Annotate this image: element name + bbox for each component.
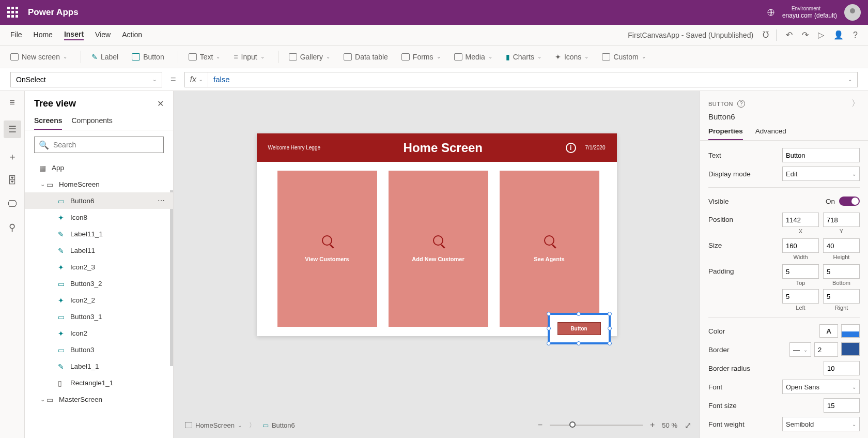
prop-pad-top[interactable] [782,264,819,279]
canvas[interactable]: Welcome Henry Legge Home Screen i 7/1/20… [174,91,700,438]
prop-visible-toggle[interactable] [839,197,860,206]
ribbon-forms[interactable]: Forms⌄ [401,53,441,61]
prop-pad-left[interactable] [782,289,819,304]
tree-item-button3_1[interactable]: ▭Button3_1 [25,308,173,325]
tree-search[interactable]: 🔍 [34,137,164,153]
tab-advanced[interactable]: Advanced [755,127,786,140]
prop-displaymode-select[interactable]: Edit⌄ [782,167,860,181]
menu-home[interactable]: Home [34,31,53,40]
prop-size-w[interactable] [782,238,819,253]
environment-picker[interactable]: Environment enayu.com (default) [782,6,837,19]
tree-item-masterscreen[interactable]: ⌄▭MasterScreen [25,391,173,407]
chevron-right-icon: 〉 [249,421,255,430]
divider [81,51,81,63]
tree-item-icon2[interactable]: ✦Icon2 [25,325,173,341]
menu-insert[interactable]: Insert [64,30,84,40]
panel-expand-icon[interactable]: 〉 [851,98,860,109]
prop-font-select[interactable]: Open Sans⌄ [782,380,860,394]
app-launcher-icon[interactable] [7,7,19,18]
ribbon-datatable[interactable]: Data table [344,53,388,61]
help-icon[interactable]: ? [853,31,858,40]
ribbon-label[interactable]: ✎Label [91,53,118,61]
prop-border-radius[interactable] [824,361,860,375]
prop-pos-x[interactable] [782,213,819,227]
prop-size-h[interactable] [823,238,860,253]
prop-fill-color[interactable] [841,324,860,338]
tree-item-app[interactable]: ▦App [25,159,173,176]
prop-border-color[interactable] [841,342,860,356]
breadcrumb-screen[interactable]: HomeScreen⌄ [182,421,245,429]
tree-item-rectangle1_1[interactable]: ▯Rectangle1_1 [25,374,173,391]
canvas-footer: HomeScreen⌄ 〉 ▭Button6 − + 50 % ⤢ [182,417,691,433]
control-name: Button6 [700,111,868,125]
help-circle-icon[interactable]: ? [737,100,745,108]
tree-item-label1_1[interactable]: ✎Label1_1 [25,358,173,374]
tree-item-label11[interactable]: ✎Label11 [25,242,173,259]
close-icon[interactable]: ✕ [157,99,164,109]
prop-pad-right[interactable] [823,289,860,304]
tree-item-label: Label1_1 [70,363,99,370]
share-icon[interactable]: 👤 [833,30,844,40]
ribbon-text[interactable]: Text⌄ [189,53,221,61]
prop-border-style[interactable]: —⌄ [789,342,811,357]
card-add-customer: Add New Customer [389,171,488,327]
redo-icon[interactable]: ↷ [802,30,809,40]
tree-item-homescreen[interactable]: ⌄▭HomeScreen [25,176,173,192]
tree-item-label11_1[interactable]: ✎Label11_1 [25,225,173,242]
rail-hamburger-icon[interactable]: ≡ [9,97,15,108]
breadcrumb-control[interactable]: ▭Button6 [259,421,298,429]
ribbon-media[interactable]: Media⌄ [454,53,492,61]
user-avatar[interactable] [844,4,861,21]
property-selector[interactable]: OnSelect⌄ [10,72,162,87]
tab-screens[interactable]: Screens [34,116,62,130]
ribbon-icons[interactable]: ✦Icons⌄ [555,53,588,61]
selected-button6[interactable]: Button [548,313,611,344]
ribbon-button[interactable]: Button [132,53,164,61]
tree-item-button3_2[interactable]: ▭Button3_2 [25,275,173,292]
app-checker-icon[interactable]: ℧ [763,30,769,40]
rail-data-icon[interactable]: 🗄 [8,175,17,186]
main-area: ≡ ☰ ＋ 🗄 🖵 ⚲ Tree view ✕ Screens Componen… [0,91,868,438]
menu-view[interactable]: View [95,31,111,40]
zoom-slider[interactable] [550,425,643,426]
fx-icon[interactable]: fx⌄ [185,72,208,87]
zoom-in-button[interactable]: + [650,420,655,430]
ribbon-input[interactable]: ≡Input⌄ [234,53,264,61]
rail-tree-icon[interactable]: ☰ [4,120,21,138]
ribbon-gallery[interactable]: Gallery⌄ [289,53,330,61]
fit-screen-icon[interactable]: ⤢ [685,420,691,430]
tree-title: Tree view [34,98,76,109]
rail-media-icon[interactable]: 🖵 [8,199,17,209]
rail-tools-icon[interactable]: ⚲ [9,222,16,233]
undo-icon[interactable]: ↶ [786,30,793,40]
prop-border-width[interactable] [814,342,838,357]
tree-item-icon8[interactable]: ✦Icon8 [25,209,173,225]
menu-action[interactable]: Action [122,31,142,40]
rail-add-icon[interactable]: ＋ [8,150,17,163]
tree-item-icon2_2[interactable]: ✦Icon2_2 [25,292,173,308]
tab-components[interactable]: Components [71,116,112,130]
play-icon[interactable]: ▷ [818,30,824,40]
ribbon-custom[interactable]: Custom⌄ [602,53,645,61]
ribbon-charts[interactable]: ▮Charts⌄ [506,53,541,61]
tree-item-icon2_3[interactable]: ✦Icon2_3 [25,259,173,275]
tree-item-button6[interactable]: ▭Button6⋯ [25,192,173,209]
tree-item-button3[interactable]: ▭Button3 [25,341,173,358]
prop-pos-y[interactable] [823,213,860,227]
tree-search-input[interactable] [53,141,159,149]
prop-text-input[interactable] [782,148,860,162]
tab-properties[interactable]: Properties [708,127,743,140]
prop-font-weight[interactable]: Semibold⌄ [782,417,860,431]
menu-file[interactable]: File [10,31,22,40]
ribbon-new-screen[interactable]: New screen⌄ [10,53,67,61]
formula-input[interactable]: false [208,75,843,84]
tree-item-label: Button3 [70,346,95,354]
expand-formula-icon[interactable]: ⌄ [843,77,857,82]
more-icon[interactable]: ⋯ [158,197,166,205]
zoom-out-button[interactable]: − [538,420,542,430]
prop-pad-bottom[interactable] [823,264,860,279]
tree-item-label: App [52,164,64,172]
search-icon: 🔍 [39,140,49,150]
prop-font-color[interactable]: A [819,324,838,338]
prop-font-size[interactable] [824,398,860,413]
